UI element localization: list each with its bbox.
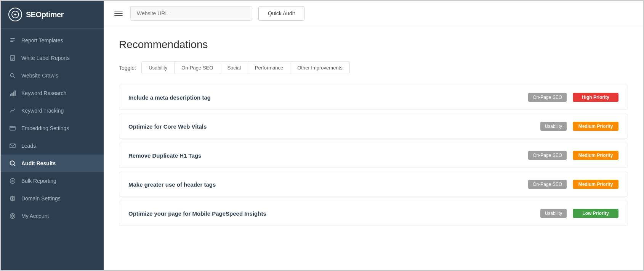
svg-rect-13 [13,92,14,96]
sidebar-item-website-crawls[interactable]: Website Crawls [1,67,104,84]
toggle-tab-usability[interactable]: Usability [142,62,175,74]
my-account-icon [9,213,16,219]
rec-badges-header-tags: On-Page SEO Medium Priority [528,180,618,189]
sidebar-label-bulk-reporting: Bulk Reporting [21,178,56,184]
sidebar-label-keyword-tracking: Keyword Tracking [21,108,64,114]
badge-category-meta-desc: On-Page SEO [528,93,567,102]
sidebar-item-keyword-tracking[interactable]: Keyword Tracking [1,102,104,119]
rec-item-mobile-pagespeed: Optimize your page for Mobile PageSpeed … [119,201,628,226]
sidebar-label-website-crawls: Website Crawls [21,73,58,79]
badge-category-duplicate-h1: On-Page SEO [528,151,567,160]
rec-item-header-tags: Make greater use of header tags On-Page … [119,172,628,197]
sidebar-label-report-templates: Report Templates [21,37,63,44]
sidebar-item-my-account[interactable]: My Account [1,207,104,225]
badge-category-mobile-pagespeed: Usability [540,209,567,218]
domain-settings-icon [9,195,16,202]
website-crawls-icon [9,72,16,79]
report-templates-icon [9,37,16,44]
rec-title-duplicate-h1: Remove Duplicate H1 Tags [128,152,528,159]
svg-rect-2 [10,38,15,39]
svg-point-1 [14,14,16,15]
rec-title-meta-desc: Include a meta description tag [128,94,528,101]
sidebar-label-keyword-research: Keyword Research [21,90,66,96]
white-label-reports-icon [9,55,16,61]
sidebar-item-audit-results[interactable]: Audit Results [1,155,104,172]
sidebar-item-domain-settings[interactable]: Domain Settings [1,190,104,207]
svg-rect-14 [14,90,16,96]
svg-point-24 [12,215,14,217]
embedding-settings-icon [9,125,16,132]
badge-category-header-tags: On-Page SEO [528,180,567,189]
svg-point-9 [11,74,14,77]
logo-icon [8,8,22,21]
toggle-row: Toggle: UsabilityOn-Page SEOSocialPerfor… [119,61,628,74]
url-input[interactable] [130,6,252,21]
rec-badges-duplicate-h1: On-Page SEO Medium Priority [528,151,618,160]
rec-badges-meta-desc: On-Page SEO High Priority [528,93,618,102]
svg-point-18 [10,161,14,165]
toggle-tab-social[interactable]: Social [220,62,248,74]
sidebar-item-embedding-settings[interactable]: Embedding Settings [1,119,104,137]
svg-rect-3 [10,40,15,40]
rec-badges-mobile-pagespeed: Usability Low Priority [540,209,618,218]
main-content: Recommendations Toggle: UsabilityOn-Page… [104,26,643,270]
rec-title-core-web-vitals: Optimize for Core Web Vitals [128,123,540,130]
sidebar-label-audit-results: Audit Results [21,160,56,166]
svg-rect-11 [10,94,11,96]
svg-rect-12 [11,93,13,96]
keyword-research-icon [9,90,16,97]
toggle-tab-on-page-seo[interactable]: On-Page SEO [175,62,220,74]
rec-item-duplicate-h1: Remove Duplicate H1 Tags On-Page SEO Med… [119,143,628,168]
main-area: Quick Audit Recommendations Toggle: Usab… [104,1,643,270]
svg-rect-6 [11,57,14,57]
toggle-label: Toggle: [119,65,136,71]
sidebar-item-keyword-research[interactable]: Keyword Research [1,84,104,102]
badge-priority-duplicate-h1: Medium Priority [573,151,618,160]
sidebar-label-my-account: My Account [21,213,49,219]
toggle-tab-performance[interactable]: Performance [248,62,290,74]
toggle-tabs: UsabilityOn-Page SEOSocialPerformanceOth… [141,61,350,74]
badge-priority-meta-desc: High Priority [573,93,618,102]
badge-priority-header-tags: Medium Priority [573,180,618,189]
badge-category-core-web-vitals: Usability [540,122,567,131]
sidebar-label-leads: Leads [21,143,36,149]
logo-area: SEOptimer [1,1,104,29]
rec-badges-core-web-vitals: Usability Medium Priority [540,122,618,131]
audit-results-icon [9,160,16,167]
rec-title-header-tags: Make greater use of header tags [128,181,528,188]
svg-rect-8 [11,59,13,60]
logo-text: SEOptimer [26,10,64,19]
svg-line-19 [14,165,16,166]
svg-rect-15 [10,126,15,130]
sidebar: SEOptimer Report Templates White Label R… [1,1,104,270]
sidebar-item-leads[interactable]: Leads [1,137,104,155]
bulk-reporting-icon [9,177,16,184]
keyword-tracking-icon [9,107,16,114]
top-header: Quick Audit [104,1,643,26]
sidebar-item-bulk-reporting[interactable]: Bulk Reporting [1,172,104,190]
page-title: Recommendations [119,39,628,51]
badge-priority-mobile-pagespeed: Low Priority [573,209,618,218]
sidebar-label-domain-settings: Domain Settings [21,195,61,202]
recommendations-list: Include a meta description tag On-Page S… [119,85,628,230]
sidebar-item-report-templates[interactable]: Report Templates [1,32,104,49]
sidebar-item-white-label-reports[interactable]: White Label Reports [1,49,104,67]
badge-priority-core-web-vitals: Medium Priority [573,122,618,131]
svg-line-10 [14,77,15,78]
sidebar-label-embedding-settings: Embedding Settings [21,125,69,131]
leads-icon [9,142,16,149]
rec-item-meta-desc: Include a meta description tag On-Page S… [119,85,628,110]
rec-item-core-web-vitals: Optimize for Core Web Vitals Usability M… [119,114,628,139]
quick-audit-button[interactable]: Quick Audit [258,6,304,21]
rec-title-mobile-pagespeed: Optimize your page for Mobile PageSpeed … [128,210,540,217]
sidebar-label-white-label-reports: White Label Reports [21,55,70,61]
svg-rect-4 [10,41,13,42]
sidebar-nav: Report Templates White Label Reports Web… [1,29,104,270]
svg-rect-7 [11,58,14,58]
hamburger-menu[interactable] [113,9,124,18]
toggle-tab-other-improvements[interactable]: Other Improvements [290,62,349,74]
